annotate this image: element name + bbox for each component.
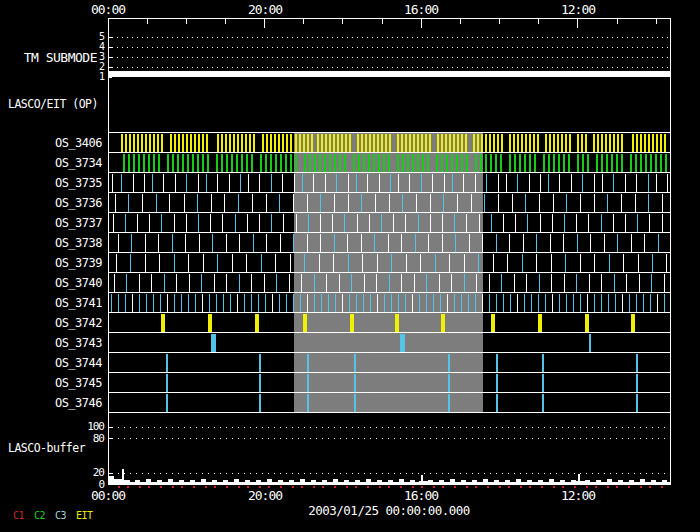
timeline-chart-window: TM SUBMODE LASCO/EIT (OP) LASCO-buffer 2…	[0, 0, 700, 532]
row-label: OS_3745	[0, 377, 102, 389]
row-label: OS_3734	[0, 157, 102, 169]
time-label-top: 00:00	[76, 3, 140, 16]
footer-datetime: 2003/01/25 00:00:00.000	[259, 505, 519, 518]
time-label-top: 16:00	[389, 3, 453, 16]
legend-item-c2: C2	[34, 511, 45, 521]
row-label: OS_3742	[0, 317, 102, 329]
tm-scale-digit: 5	[0, 32, 104, 42]
legend-item-c3: C3	[55, 511, 66, 521]
legend-item-eit: EIT	[76, 511, 93, 521]
tm-scale-digit: 4	[0, 42, 104, 52]
buffer-scale-digit: 20	[0, 467, 104, 478]
time-label-bottom: 16:00	[389, 489, 453, 502]
tm-scale-digit: 3	[0, 52, 104, 62]
row-label: OS_3744	[0, 357, 102, 369]
time-label-bottom: 12:00	[546, 489, 610, 502]
row-label: OS_3746	[0, 397, 102, 409]
row-label: OS_3738	[0, 237, 102, 249]
op-section-label: LASCO/EIT (OP)	[8, 99, 98, 111]
tm-scale-digit: 1	[0, 72, 104, 82]
time-label-top: 12:00	[546, 3, 610, 16]
row-label: OS_3740	[0, 277, 102, 289]
buffer-scale-digit: 100	[0, 421, 104, 432]
tm-scale-digit: 2	[0, 62, 104, 72]
timeline-plot-canvas	[0, 0, 700, 532]
row-label: OS_3737	[0, 217, 102, 229]
row-label: OS_3406	[0, 137, 102, 149]
buffer-scale-digit: 80	[0, 433, 104, 444]
row-label: OS_3741	[0, 297, 102, 309]
row-label: OS_3736	[0, 197, 102, 209]
time-label-top: 20:00	[233, 3, 297, 16]
time-label-bottom: 00:00	[76, 489, 140, 502]
time-label-bottom: 20:00	[233, 489, 297, 502]
row-label: OS_3735	[0, 177, 102, 189]
row-label: OS_3743	[0, 337, 102, 349]
legend-item-c1: C1	[13, 511, 24, 521]
buffer-panel-label: LASCO-buffer	[8, 443, 85, 455]
row-label: OS_3739	[0, 257, 102, 269]
buffer-scale-digit: 0	[0, 479, 104, 490]
